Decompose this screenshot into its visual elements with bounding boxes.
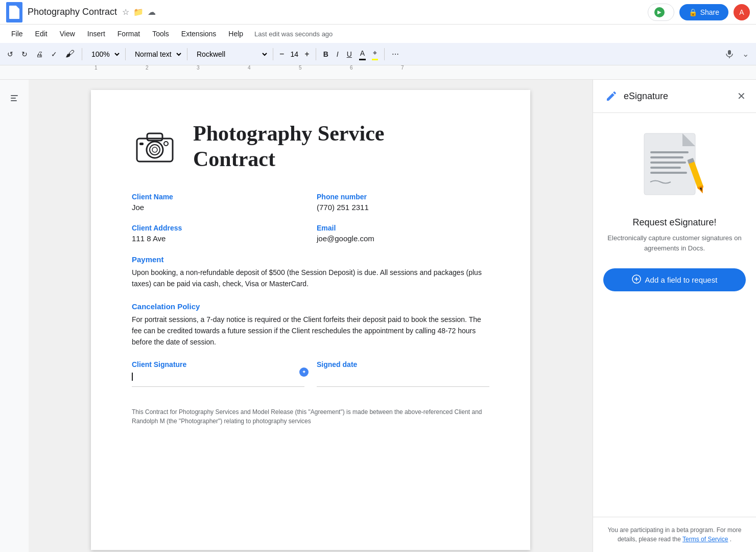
highlight-color-bar [372,59,378,60]
signature-grid: Client Signature ✦ Signed date [132,360,489,387]
main-layout: Photography ServiceContract Client Name … [0,80,756,552]
menu-format[interactable]: Format [112,28,145,40]
undo-button[interactable]: ↺ [4,48,16,60]
esig-footer-period: . [730,536,731,543]
highlight-color-button[interactable]: ⌖ [370,47,380,61]
esig-pen-icon [603,88,620,104]
phone-value: (770) 251 2311 [317,203,489,212]
outline-toggle[interactable] [6,90,22,106]
svg-rect-0 [728,50,731,55]
add-field-button[interactable]: Add a field to request [603,268,746,291]
svg-rect-17 [650,167,681,169]
toolbar-sep-6 [384,48,385,60]
add-field-icon [632,274,641,285]
ruler-mark-1: 1 [94,65,98,71]
redo-button[interactable]: ↻ [18,48,31,60]
toolbar-sep-2 [125,48,126,60]
esig-title: eSignature [624,91,668,102]
folder-icon[interactable]: 📁 [133,7,144,17]
esig-header-left: eSignature [603,88,668,104]
voice-input-button[interactable] [722,48,737,61]
field-client-name: Client Name Joe [132,193,304,212]
zoom-select[interactable]: 100% 75% 125% [86,48,121,61]
phone-label: Phone number [317,193,489,201]
client-name-label: Client Name [132,193,304,201]
cancelation-section: Cancelation Policy For portrait sessions… [132,302,489,348]
title-right: ▶ 🔒 Share A [648,4,750,21]
camera-icon [132,126,178,167]
spellcheck-button[interactable]: ✓ [48,48,60,60]
title-bar: Photography Contract ☆ 📁 ☁ ▶ 🔒 Share A [0,0,756,25]
font-color-button[interactable]: A [357,47,368,61]
star-icon[interactable]: ☆ [122,7,129,17]
menu-edit[interactable]: Edit [30,28,53,40]
menu-extensions[interactable]: Extensions [176,28,221,40]
email-value: joe@google.com [317,234,489,243]
doc-main-title: Photography ServiceContract [193,121,384,172]
toolbar-sep-4 [273,48,273,60]
svg-rect-11 [139,143,144,145]
esignature-panel: eSignature ✕ [593,80,756,552]
decrease-font-button[interactable]: − [277,49,286,60]
share-label: Share [700,8,719,16]
ruler: 1 2 3 4 5 6 7 [0,65,756,80]
expand-toolbar-button[interactable]: ⌄ [739,47,752,61]
client-signature-label: Client Signature [132,360,304,369]
cancelation-body: For portrait sessions, a 7-day notice is… [132,314,489,348]
signed-date-input[interactable] [317,372,489,387]
svg-point-7 [147,142,163,158]
payment-section: Payment Upon booking, a non-refundable d… [132,255,489,290]
increase-font-button[interactable]: + [302,49,311,60]
meet-button[interactable]: ▶ [648,4,674,21]
doc-area: Photography ServiceContract Client Name … [29,80,593,552]
doc-icon-fold [16,6,19,9]
menu-help[interactable]: Help [223,28,248,40]
ruler-mark-6: 6 [350,65,353,71]
esig-request-title: Request eSignature! [632,217,716,228]
italic-button[interactable]: I [334,48,342,60]
toolbar-sep-5 [316,48,316,60]
signature-badge: ✦ [299,367,309,377]
share-button[interactable]: 🔒 Share [679,4,728,20]
doc-icon-inner [9,6,19,19]
fields-grid: Client Name Joe Phone number (770) 251 2… [132,193,489,243]
svg-rect-2 [11,95,18,96]
ruler-mark-4: 4 [248,65,251,71]
menu-view[interactable]: View [55,28,80,40]
menu-insert[interactable]: Insert [82,28,110,40]
ruler-mark-5: 5 [299,65,302,71]
svg-rect-18 [650,172,687,174]
footer-text: This Contract for Photography Services a… [132,407,489,426]
svg-point-8 [150,145,160,155]
address-label: Client Address [132,224,304,232]
client-signature-input[interactable]: ✦ [132,372,304,387]
esig-description: Electronically capture customer signatur… [603,233,746,253]
svg-rect-6 [147,133,162,141]
menu-bar: File Edit View Insert Format Tools Exten… [0,25,756,43]
client-name-value: Joe [132,203,304,212]
cancelation-title: Cancelation Policy [132,302,489,311]
terms-of-service-link[interactable]: Terms of Service [682,536,728,543]
last-edit: Last edit was seconds ago [254,30,333,38]
cloud-icon[interactable]: ☁ [148,7,156,17]
print-button[interactable]: 🖨 [33,48,46,60]
left-panel [0,80,29,552]
payment-title: Payment [132,255,489,264]
bold-button[interactable]: B [320,48,332,60]
font-color-label: A [360,49,365,57]
more-options-button[interactable]: ⋯ [389,48,402,60]
esig-footer: You are participating in a beta program.… [593,517,756,552]
esig-body: Request eSignature! Electronically captu… [593,113,756,517]
esig-close-button[interactable]: ✕ [737,90,746,102]
title-icons: ☆ 📁 ☁ [122,7,156,17]
font-select[interactable]: Rockwell Arial Times New Roman [192,48,269,61]
doc-header: Photography ServiceContract [132,121,489,172]
underline-button[interactable]: U [344,48,355,60]
menu-file[interactable]: File [6,28,28,40]
paragraph-style-select[interactable]: Normal text Heading 1 Heading 2 [130,48,183,61]
svg-point-10 [164,142,168,146]
menu-tools[interactable]: Tools [147,28,174,40]
svg-rect-3 [11,98,16,99]
avatar: A [734,4,750,20]
paint-format-button[interactable]: 🖌 [62,47,78,61]
